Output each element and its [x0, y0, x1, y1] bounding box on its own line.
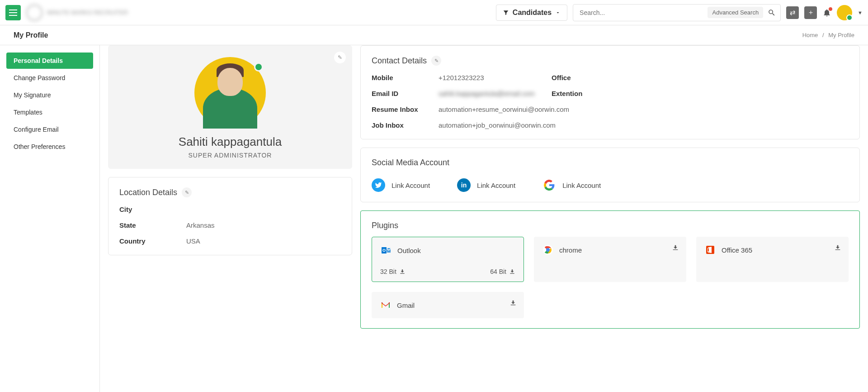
svg-point-3 — [547, 249, 549, 251]
email-value: sahiti.kappagantula@email.com — [439, 90, 533, 97]
job-inbox-value: automation+job_oorwinui@oorwin.com — [439, 121, 556, 129]
sidebar: Personal Details Change Password My Sign… — [0, 45, 100, 392]
location-title: Location Details — [119, 188, 177, 197]
office365-icon — [704, 244, 716, 256]
topbar: MINUTE MARKS RECRUITER Candidates Advanc… — [0, 0, 868, 25]
profile-card: ✎ Sahiti kappagantula SUPER ADMINISTRATO… — [108, 45, 352, 169]
hamburger-menu[interactable] — [5, 5, 21, 20]
social-title: Social Media Account — [372, 158, 849, 167]
social-card: Social Media Account Link Account in Lin… — [360, 148, 860, 202]
swap-icon[interactable]: ⇄ — [786, 6, 799, 19]
notification-dot — [829, 7, 832, 11]
twitter-link-label: Link Account — [392, 182, 430, 189]
candidates-dropdown[interactable]: Candidates — [496, 5, 567, 21]
candidates-label: Candidates — [513, 9, 552, 17]
country-value: USA — [186, 237, 200, 245]
email-label: Email ID — [372, 90, 439, 97]
profile-role: SUPER ADMINISTRATOR — [118, 152, 342, 159]
filter-icon — [503, 10, 509, 16]
resume-inbox-label: Resume Inbox — [372, 105, 439, 113]
chrome-download[interactable] — [672, 244, 679, 251]
outlook-64bit-download[interactable]: 64 Bit — [490, 268, 515, 275]
search-input[interactable] — [578, 9, 708, 16]
google-link-label: Link Account — [562, 182, 601, 189]
google-icon — [542, 178, 556, 192]
plugin-gmail[interactable]: Gmail — [372, 292, 524, 318]
breadcrumb: Home / My Profile — [802, 32, 854, 38]
city-label: City — [119, 206, 186, 213]
download-icon — [399, 268, 406, 275]
gmail-label: Gmail — [397, 301, 415, 309]
search-box: Advanced Search — [573, 4, 781, 21]
chevron-down-icon — [555, 10, 561, 15]
plugin-office365[interactable]: Office 365 — [696, 237, 849, 282]
twitter-icon — [372, 178, 385, 192]
logo[interactable]: MINUTE MARKS RECRUITER — [26, 5, 128, 21]
link-twitter[interactable]: Link Account — [372, 178, 430, 192]
office-label: Office — [552, 74, 601, 81]
content: ✎ Sahiti kappagantula SUPER ADMINISTRATO… — [100, 45, 868, 392]
office365-label: Office 365 — [722, 246, 752, 254]
link-google[interactable]: Link Account — [542, 178, 601, 192]
subbar: My Profile Home / My Profile — [0, 25, 868, 45]
edit-location-button[interactable]: ✎ — [182, 187, 192, 197]
profile-avatar — [194, 57, 266, 129]
sidebar-item-personal-details[interactable]: Personal Details — [6, 53, 93, 69]
edit-contact-button[interactable]: ✎ — [431, 56, 441, 66]
linkedin-icon: in — [457, 178, 471, 192]
mobile-value: +12012323223 — [439, 74, 533, 81]
contact-title: Contact Details — [372, 56, 427, 66]
user-avatar[interactable] — [837, 5, 852, 20]
chrome-label: chrome — [559, 246, 582, 254]
breadcrumb-home[interactable]: Home — [802, 32, 818, 38]
gmail-icon — [380, 299, 392, 311]
search-icon[interactable] — [768, 9, 776, 17]
plugin-outlook: O Outlook 32 Bit 64 Bit — [372, 237, 524, 282]
profile-name: Sahiti kappagantula — [118, 135, 342, 149]
plugin-chrome[interactable]: chrome — [534, 237, 686, 282]
download-icon — [509, 268, 515, 275]
main: Personal Details Change Password My Sign… — [0, 45, 868, 392]
sidebar-item-other-preferences[interactable]: Other Preferences — [6, 139, 93, 155]
logo-text: MINUTE MARKS RECRUITER — [47, 9, 128, 16]
breadcrumb-current: My Profile — [828, 32, 854, 38]
contact-card: Contact Details ✎ Mobile +12012323223 Of… — [360, 45, 860, 139]
linkedin-link-label: Link Account — [477, 182, 515, 189]
right-column: Contact Details ✎ Mobile +12012323223 Of… — [360, 45, 860, 329]
state-value: Arkansas — [186, 221, 215, 229]
gmail-download[interactable] — [509, 299, 517, 306]
sidebar-item-configure-email[interactable]: Configure Email — [6, 121, 93, 138]
job-inbox-label: Job Inbox — [372, 121, 439, 129]
chrome-icon — [542, 244, 554, 256]
user-menu-caret[interactable]: ▼ — [858, 10, 863, 15]
sidebar-item-templates[interactable]: Templates — [6, 104, 93, 120]
svg-text:O: O — [382, 248, 386, 253]
page-title: My Profile — [14, 31, 48, 39]
mobile-label: Mobile — [372, 74, 439, 81]
sidebar-item-my-signature[interactable]: My Signature — [6, 87, 93, 103]
extention-label: Extention — [552, 90, 601, 97]
left-column: ✎ Sahiti kappagantula SUPER ADMINISTRATO… — [108, 45, 352, 255]
country-label: Country — [119, 237, 186, 245]
notifications-icon[interactable] — [822, 8, 831, 17]
office365-download[interactable] — [834, 244, 841, 251]
state-label: State — [119, 221, 186, 229]
outlook-32bit-download[interactable]: 32 Bit — [380, 268, 406, 275]
resume-inbox-value: automation+resume_oorwinui@oorwin.com — [439, 105, 569, 113]
outlook-label: Outlook — [397, 247, 421, 254]
link-linkedin[interactable]: in Link Account — [457, 178, 515, 192]
outlook-icon: O — [380, 244, 392, 256]
plugins-card: Plugins O Outlook 32 Bit 64 Bit — [360, 210, 860, 329]
online-status-dot — [254, 62, 263, 72]
plugins-title: Plugins — [372, 221, 849, 230]
edit-profile-button[interactable]: ✎ — [334, 52, 346, 63]
sidebar-item-change-password[interactable]: Change Password — [6, 70, 93, 86]
location-card: Location Details ✎ City State Arkansas C… — [108, 177, 352, 255]
add-button[interactable]: ＋ — [804, 6, 817, 19]
advanced-search-button[interactable]: Advanced Search — [708, 7, 763, 18]
